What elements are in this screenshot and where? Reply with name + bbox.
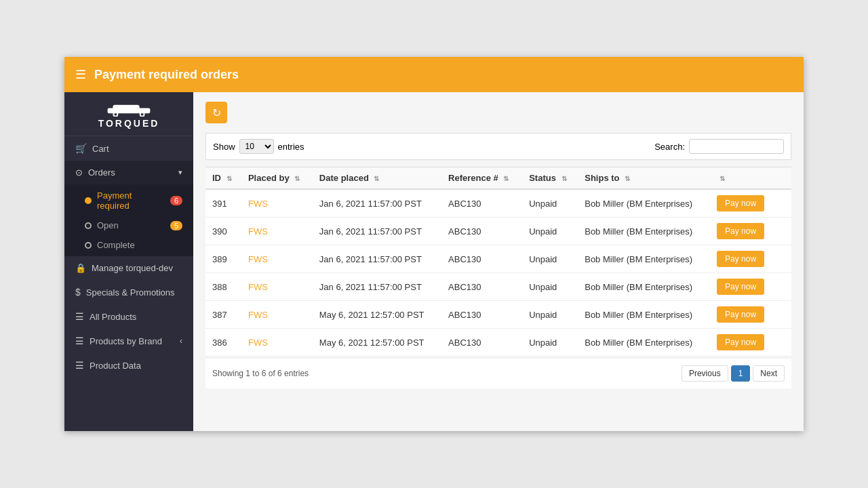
orders-submenu: Payment required 6 Open 5 Complete bbox=[64, 184, 193, 256]
cell-ships-to: Bob Miller (BM Enterprises) bbox=[578, 329, 710, 357]
search-label: Search: bbox=[654, 142, 685, 152]
table-row: 386 FWS May 6, 2021 12:57:00 PST ABC130 … bbox=[205, 329, 791, 357]
table-row: 389 FWS Jan 6, 2021 11:57:00 PST ABC130 … bbox=[205, 245, 791, 273]
sidebar-item-cart[interactable]: 🛒 Cart bbox=[64, 136, 193, 161]
show-entries-control: Show 10 25 50 100 entries bbox=[213, 139, 304, 154]
next-button[interactable]: Next bbox=[753, 365, 785, 382]
col-date-placed: Date placed ⇅ bbox=[313, 167, 441, 190]
cell-date-placed: Jan 6, 2021 11:57:00 PST bbox=[313, 218, 441, 245]
cell-ships-to: Bob Miller (BM Enterprises) bbox=[578, 218, 710, 245]
chevron-left-icon: ‹ bbox=[180, 336, 182, 346]
placed-by-link[interactable]: FWS bbox=[248, 199, 268, 209]
cell-status: Unpaid bbox=[522, 273, 578, 301]
placed-by-link[interactable]: FWS bbox=[248, 226, 268, 237]
cell-date-placed: Jan 6, 2021 11:57:00 PST bbox=[313, 189, 441, 218]
pay-now-button[interactable]: Pay now bbox=[717, 195, 764, 211]
table-row: 388 FWS Jan 6, 2021 11:57:00 PST ABC130 … bbox=[205, 273, 791, 301]
cell-action: Pay now bbox=[710, 189, 776, 218]
app-window: ☰ Payment required orders TORQUED bbox=[64, 57, 804, 431]
cell-action: Pay now bbox=[710, 245, 776, 273]
cell-status: Unpaid bbox=[522, 301, 578, 329]
cell-reference: ABC130 bbox=[441, 218, 522, 245]
specials-icon: $ bbox=[75, 287, 81, 298]
product-data-icon: ☰ bbox=[75, 360, 84, 371]
refresh-button[interactable]: ↻ bbox=[205, 102, 227, 123]
cell-ships-to: Bob Miller (BM Enterprises) bbox=[578, 189, 710, 218]
cell-action: Pay now bbox=[710, 218, 776, 245]
sort-icon[interactable]: ⇅ bbox=[625, 175, 630, 182]
cell-id: 389 bbox=[205, 245, 241, 273]
orders-section: ⊙ Orders ▾ Payment required 6 Open 5 bbox=[64, 161, 193, 256]
cell-reference: ABC130 bbox=[441, 301, 522, 329]
cell-reference: ABC130 bbox=[441, 329, 522, 357]
sidebar-item-products-by-brand[interactable]: ☰ Products by Brand ‹ bbox=[64, 329, 193, 353]
svg-point-5 bbox=[141, 113, 144, 116]
pay-now-button[interactable]: Pay now bbox=[717, 251, 764, 267]
pay-now-button[interactable]: Pay now bbox=[717, 306, 764, 323]
cell-empty bbox=[776, 273, 791, 301]
sidebar-item-product-data[interactable]: ☰ Product Data bbox=[64, 353, 193, 378]
submenu-item-open[interactable]: Open 5 bbox=[64, 216, 193, 235]
page-title: Payment required orders bbox=[94, 68, 239, 82]
sort-icon[interactable]: ⇅ bbox=[561, 175, 567, 182]
col-placed-by: Placed by ⇅ bbox=[241, 167, 313, 190]
sort-icon[interactable]: ⇅ bbox=[503, 175, 509, 182]
dot-icon bbox=[85, 242, 92, 249]
cell-action: Pay now bbox=[710, 301, 776, 329]
main-layout: TORQUED 🛒 Cart ⊙ Orders ▾ Payment req bbox=[64, 92, 804, 431]
search-input[interactable] bbox=[689, 139, 784, 154]
table-controls: Show 10 25 50 100 entries Search: bbox=[205, 133, 791, 160]
cell-id: 387 bbox=[205, 301, 241, 329]
entries-select[interactable]: 10 25 50 100 bbox=[239, 139, 274, 154]
cell-ships-to: Bob Miller (BM Enterprises) bbox=[578, 245, 710, 273]
placed-by-link[interactable]: FWS bbox=[248, 282, 268, 292]
orders-icon: ⊙ bbox=[75, 167, 83, 178]
sort-icon[interactable]: ⇅ bbox=[719, 175, 725, 182]
cell-status: Unpaid bbox=[522, 329, 578, 357]
sort-icon[interactable]: ⇅ bbox=[226, 175, 232, 182]
cell-placed-by: FWS bbox=[241, 189, 313, 218]
cell-empty bbox=[776, 301, 791, 329]
sidebar-item-all-products[interactable]: ☰ All Products bbox=[64, 304, 193, 329]
pay-now-button[interactable]: Pay now bbox=[717, 279, 764, 295]
svg-point-4 bbox=[114, 113, 117, 116]
sort-icon[interactable]: ⇅ bbox=[374, 175, 379, 182]
cell-status: Unpaid bbox=[522, 245, 578, 273]
sidebar-item-manage[interactable]: 🔒 Manage torqued-dev bbox=[64, 256, 193, 280]
sort-icon[interactable]: ⇅ bbox=[294, 175, 300, 182]
pagination-area: Showing 1 to 6 of 6 entries Previous 1 N… bbox=[205, 358, 791, 388]
sidebar-item-specials[interactable]: $ Specials & Promotions bbox=[64, 280, 193, 304]
placed-by-link[interactable]: FWS bbox=[248, 310, 268, 320]
col-ships-to: Ships to ⇅ bbox=[578, 167, 710, 190]
pagination-buttons: Previous 1 Next bbox=[682, 365, 785, 382]
sidebar-logo: TORQUED bbox=[64, 92, 193, 136]
pay-now-button[interactable]: Pay now bbox=[717, 334, 764, 350]
submenu-item-complete[interactable]: Complete bbox=[64, 235, 193, 255]
submenu-item-payment-required[interactable]: Payment required 6 bbox=[64, 186, 193, 216]
car-logo-icon bbox=[102, 102, 156, 117]
cell-placed-by: FWS bbox=[241, 301, 313, 329]
cell-id: 391 bbox=[205, 189, 241, 218]
cell-empty bbox=[776, 218, 791, 245]
placed-by-link[interactable]: FWS bbox=[248, 338, 268, 348]
cell-action: Pay now bbox=[710, 273, 776, 301]
page-1-button[interactable]: 1 bbox=[731, 365, 751, 382]
table-header-row: ID ⇅ Placed by ⇅ Date placed ⇅ Reference… bbox=[205, 167, 791, 190]
col-id: ID ⇅ bbox=[205, 167, 241, 190]
cell-ships-to: Bob Miller (BM Enterprises) bbox=[578, 301, 710, 329]
cell-reference: ABC130 bbox=[441, 273, 522, 301]
all-products-icon: ☰ bbox=[75, 311, 84, 322]
menu-icon[interactable]: ☰ bbox=[75, 67, 86, 82]
table-row: 391 FWS Jan 6, 2021 11:57:00 PST ABC130 … bbox=[205, 189, 791, 218]
sidebar: TORQUED 🛒 Cart ⊙ Orders ▾ Payment req bbox=[64, 92, 193, 431]
placed-by-link[interactable]: FWS bbox=[248, 254, 268, 264]
manage-icon: 🔒 bbox=[75, 263, 86, 273]
pagination-info: Showing 1 to 6 of 6 entries bbox=[212, 369, 309, 378]
cell-empty bbox=[776, 329, 791, 357]
previous-button[interactable]: Previous bbox=[682, 365, 728, 382]
cell-status: Unpaid bbox=[522, 189, 578, 218]
pay-now-button[interactable]: Pay now bbox=[717, 223, 764, 239]
sidebar-item-orders[interactable]: ⊙ Orders ▾ bbox=[64, 161, 193, 184]
col-empty bbox=[776, 167, 791, 190]
main-content: ↻ Show 10 25 50 100 entries bbox=[193, 92, 804, 431]
